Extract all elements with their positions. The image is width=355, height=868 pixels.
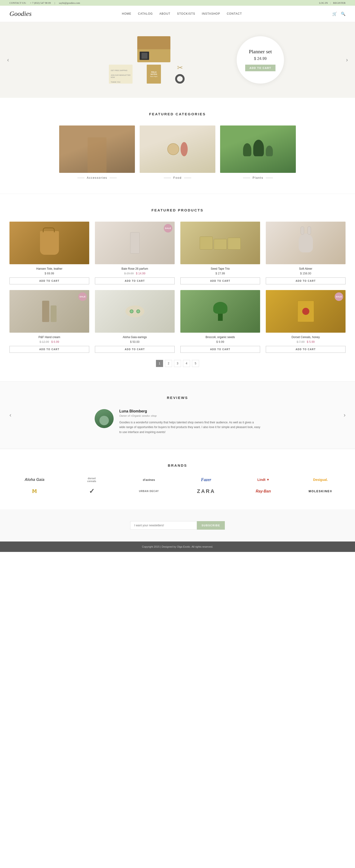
add-to-cart-parfum[interactable]: ADD TO CART — [95, 278, 175, 284]
reviews-title: REVIEWS — [9, 396, 346, 400]
hero-papers: GET FREE SHIPPINGJOIN OUR NEWSLETTER NOW… — [109, 65, 132, 84]
product-img-cream: SALE — [9, 290, 89, 333]
sale-price-cereals: $ 5.99 — [307, 340, 315, 344]
field-notes-label: FIELDNOTES — [151, 71, 157, 75]
product-price-broccoli: $ 9.99 — [180, 340, 260, 344]
hero-product-price: $ 24.99 — [254, 57, 266, 61]
product-img-seeds — [180, 222, 260, 264]
add-to-cart-tote[interactable]: ADD TO CART — [9, 278, 89, 284]
category-plants[interactable]: Plants — [220, 125, 296, 180]
accessories-decoration — [88, 137, 106, 173]
product-price-cream: $ 12.99 $ 6.99 — [9, 340, 89, 344]
product-title-cream: P&F Hand cream — [9, 336, 89, 339]
login-link[interactable]: LOG IN — [319, 1, 328, 4]
seed-jar-2 — [214, 239, 227, 250]
cart-icon[interactable]: 🛒 — [332, 11, 337, 16]
cream-tube-2 — [51, 305, 57, 322]
brand-m[interactable]: 𝕄 — [32, 489, 37, 494]
seed-jar-3 — [228, 238, 241, 250]
product-price-seeds: $ 27.99 — [180, 272, 260, 275]
plant-3 — [266, 146, 273, 156]
add-to-cart-broccoli[interactable]: ADD TO CART — [180, 346, 260, 353]
review-prev-button[interactable]: ‹ — [9, 412, 11, 418]
plant-1 — [243, 143, 251, 156]
hero-info-card: Planner set $ 24.99 ADD TO CART — [237, 36, 284, 84]
category-accessories-text: Accessories — [87, 176, 107, 180]
top-bar-right: LOG IN | REGISTER — [319, 1, 346, 4]
brand-urban-decay[interactable]: URBAN DECAY — [139, 490, 159, 493]
brands-section: BRANDS Aloha Gaia dorsetcereals d'avines… — [0, 449, 355, 509]
brand-desigual[interactable]: Desigual. — [313, 478, 328, 482]
site-logo[interactable]: Goodies — [9, 10, 31, 18]
reviewer-info: Luna Blomberg Owner of «Organic seeds» s… — [119, 409, 260, 434]
product-title-tote: Hansen Tote, leather — [9, 267, 89, 270]
login-register-divider: | — [330, 1, 331, 4]
cream-visual — [42, 301, 57, 322]
add-to-cart-seeds[interactable]: ADD TO CART — [180, 278, 260, 284]
category-accessories[interactable]: Accessories — [59, 125, 135, 180]
nav-contact[interactable]: CONTACT — [227, 12, 242, 16]
hero-center-items: FIELDNOTES Plain Paper — [137, 36, 170, 84]
review-next-button[interactable]: › — [344, 412, 346, 418]
brand-zara[interactable]: ZARA — [197, 488, 215, 494]
sale-price-parfum: $ 14.99 — [136, 272, 145, 275]
review-text: Goodies is a wonderful community that he… — [119, 420, 260, 434]
add-to-cart-cream[interactable]: ADD TO CART — [9, 346, 89, 353]
product-price-earrings: $ 50.00 — [95, 340, 175, 344]
search-icon[interactable]: 🔍 — [341, 11, 346, 16]
nav-about[interactable]: ABOUT — [160, 12, 170, 16]
add-to-cart-cereals[interactable]: ADD TO CART — [266, 346, 346, 353]
subscribe-button[interactable]: SUBSCRIBE — [197, 521, 225, 530]
brand-aloha-gaia[interactable]: Aloha Gaia — [25, 477, 44, 482]
cereal-decoration — [302, 308, 309, 315]
hero-prev-button[interactable]: ‹ — [5, 54, 11, 66]
category-accessories-label: Accessories — [59, 176, 135, 180]
hero-add-to-cart-button[interactable]: ADD TO CART — [245, 65, 276, 71]
brand-nike[interactable]: ✓ — [89, 487, 94, 495]
paper-text: GET FREE SHIPPINGJOIN OUR NEWSLETTER NOW… — [111, 69, 131, 83]
category-food-image — [140, 125, 215, 173]
nav-stockists[interactable]: STOCKISTS — [177, 12, 195, 16]
page-5-button[interactable]: 5 — [192, 360, 199, 367]
hero-inner: GET FREE SHIPPINGJOIN OUR NEWSLETTER NOW… — [71, 36, 284, 84]
category-accessories-image — [59, 125, 135, 173]
brand-moleskine[interactable]: MOLESKINE® — [309, 490, 332, 493]
hero-product-display: GET FREE SHIPPINGJOIN OUR NEWSLETTER NOW… — [109, 36, 185, 84]
products-grid: Hansen Tote, leather $ 69.99 ADD TO CART… — [9, 222, 346, 353]
register-link[interactable]: REGISTER — [333, 1, 346, 4]
brand-davines[interactable]: d'avines — [143, 478, 155, 482]
page-1-button[interactable]: 1 — [156, 360, 163, 367]
sale-badge-parfum: SALE — [164, 224, 172, 232]
nav-instashop[interactable]: INSTASHOP — [202, 12, 220, 16]
hero-next-button[interactable]: › — [344, 54, 350, 66]
product-title-parfum: Baie Rose 26 parfum — [95, 267, 175, 270]
newsletter-email-input[interactable] — [130, 521, 197, 530]
product-img-bunny — [266, 222, 346, 264]
product-img-cereals: SALE — [266, 290, 346, 333]
nav-home[interactable]: HOME — [122, 12, 131, 16]
brand-rayban[interactable]: Ray·Ban — [256, 489, 271, 493]
original-price-cream: $ 12.99 — [39, 340, 49, 344]
newsletter-form: SUBSCRIBE — [130, 521, 225, 530]
earring-2 — [136, 309, 140, 313]
product-card-cream: SALE P&F Hand cream $ 12.99 $ 6.99 ADD T… — [9, 290, 89, 353]
page-4-button[interactable]: 4 — [183, 360, 190, 367]
original-price-cereals: $ 7.99 — [296, 340, 304, 344]
hero-box — [137, 36, 170, 62]
seed-jars — [200, 237, 241, 250]
product-price-cereals: $ 7.99 $ 5.99 — [266, 340, 346, 344]
page-2-button[interactable]: 2 — [165, 360, 172, 367]
page-3-button[interactable]: 3 — [174, 360, 181, 367]
nav-catalog[interactable]: CATALOG — [138, 12, 153, 16]
hero-right-items: ✂ — [175, 63, 185, 84]
earrings-stone — [125, 305, 144, 317]
add-to-cart-bunny[interactable]: ADD TO CART — [266, 278, 346, 284]
category-food[interactable]: Food — [140, 125, 215, 180]
field-notes-sublabel: Plain Paper — [150, 76, 157, 77]
brand-lindt[interactable]: Lindt ✦ — [257, 478, 269, 482]
brand-dorset-cereals[interactable]: dorsetcereals — [87, 477, 96, 483]
category-food-text: Food — [173, 176, 182, 180]
reviews-section: REVIEWS ‹ Luna Blomberg Owner of «Organi… — [0, 381, 355, 449]
brand-fazer[interactable]: Fazer — [201, 477, 211, 482]
add-to-cart-earrings[interactable]: ADD TO CART — [95, 346, 175, 353]
